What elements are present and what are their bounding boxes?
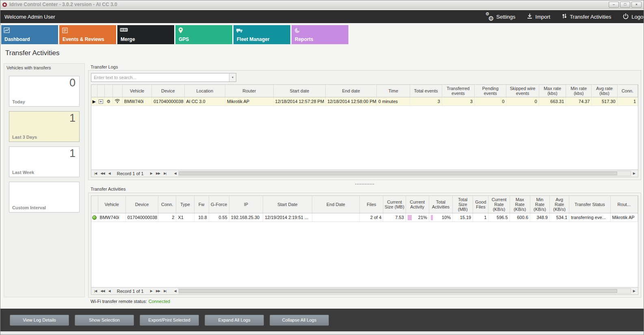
pager-fast-prev-icon[interactable]: ◀◀: [99, 172, 106, 175]
export-print-selected-button[interactable]: Export/Print Selected: [140, 315, 199, 326]
pager-fast-next-icon[interactable]: ▶▶: [155, 172, 161, 175]
column-header-min-rate[interactable]: Min rate (kbs): [566, 85, 592, 97]
settings-gears-icon: ⚙ ⚙: [485, 13, 494, 21]
pager-first-icon[interactable]: |◀: [93, 172, 98, 175]
filter-card-custom-interval[interactable]: Custom Interval: [9, 182, 80, 213]
page-title: Transfer Activities: [5, 49, 60, 57]
transfer-activities-button[interactable]: Transfer Activities: [562, 13, 611, 20]
cell-location: Al CC 3.0: [184, 97, 225, 106]
column-header-vehicle[interactable]: Vehicle: [122, 85, 151, 97]
table-row[interactable]: ▶ + ⚙ BMW740i 017040000038 Al CC 3.0: [91, 97, 638, 106]
column-header-location[interactable]: Location: [184, 85, 225, 97]
pager-last-icon[interactable]: ▶|: [162, 289, 167, 293]
horizontal-scrollbar[interactable]: ◀ ▶: [173, 171, 636, 176]
column-header-current-activity[interactable]: Current Activity: [406, 196, 429, 213]
column-header-max-rate[interactable]: Max Rate (KB/s): [510, 196, 530, 213]
column-header-files[interactable]: Files: [360, 196, 383, 213]
column-header-conn[interactable]: Conn.: [617, 85, 638, 97]
tab-fleet-manager[interactable]: Fleet Manager: [233, 25, 290, 44]
expand-all-logs-button[interactable]: Expand All Logs: [205, 315, 264, 326]
pager-fast-prev-icon[interactable]: ◀◀: [99, 289, 106, 293]
search-dropdown-button[interactable]: ▼: [229, 73, 236, 82]
column-header-time[interactable]: Time: [376, 85, 410, 97]
scroll-right-icon[interactable]: ▶: [632, 289, 636, 293]
cell-device: 017040000038: [152, 97, 184, 106]
scroll-left-icon[interactable]: ◀: [173, 172, 177, 175]
table-row[interactable]: BMW740i 017040000038 2 X1 10.8 0.55 192.…: [91, 213, 638, 222]
column-header-avg-rate[interactable]: Avg rate (kbs): [592, 85, 617, 97]
pager-next-icon[interactable]: ▶: [149, 172, 153, 175]
cell-router: Mikrotik AP: [610, 213, 638, 222]
scrollbar-thumb[interactable]: [179, 172, 618, 175]
column-header-router[interactable]: Router: [225, 85, 274, 97]
import-button[interactable]: Import: [527, 13, 550, 20]
tab-gps[interactable]: GPS: [175, 25, 232, 44]
close-button[interactable]: ×: [631, 2, 642, 8]
column-header-max-rate[interactable]: Max rate (kbs): [539, 85, 566, 97]
filter-card-today[interactable]: 0 Today: [9, 76, 80, 107]
pager-first-icon[interactable]: |◀: [93, 289, 98, 293]
pager-fast-next-icon[interactable]: ▶▶: [155, 289, 161, 293]
column-header-type[interactable]: Type: [176, 196, 194, 213]
wifi-status-value: Connected: [149, 299, 170, 304]
column-header-avg-rate[interactable]: Avg Rate (KB/s): [549, 196, 569, 213]
maximize-button[interactable]: □: [620, 2, 630, 8]
horizontal-scrollbar[interactable]: ◀ ▶: [173, 288, 636, 294]
column-header-ip[interactable]: IP: [229, 196, 263, 213]
column-header-start-date[interactable]: Start Date: [263, 196, 312, 213]
column-header-end-date[interactable]: End date: [326, 85, 377, 97]
column-header-current-size[interactable]: Current Size (MB): [383, 196, 406, 213]
minimize-button[interactable]: –: [609, 2, 619, 8]
search-combo: ▼: [91, 73, 236, 82]
settings-button[interactable]: ⚙ ⚙ Settings: [485, 13, 515, 21]
column-header-skipped-wire-events[interactable]: Skipped wire events: [506, 85, 539, 97]
collapse-all-logs-button[interactable]: Collapse All Logs: [270, 315, 329, 326]
logout-button[interactable]: Logout: [622, 13, 644, 21]
column-header-gforce[interactable]: G-Force: [209, 196, 229, 213]
expand-row-icon[interactable]: +: [99, 99, 103, 104]
show-selection-button[interactable]: Show Selection: [75, 315, 134, 326]
column-header-total-activities[interactable]: Total Activities: [429, 196, 452, 213]
filter-card-last-week[interactable]: 1 Last Week: [9, 146, 80, 177]
scrollbar-thumb[interactable]: [179, 289, 618, 293]
column-header-router[interactable]: Rout...: [610, 196, 638, 213]
tab-reports[interactable]: Reports: [292, 25, 348, 44]
view-log-details-button[interactable]: View Log Details: [10, 315, 69, 326]
pager-prev-icon[interactable]: ◀: [107, 289, 112, 293]
column-header-fw[interactable]: Fw: [194, 196, 209, 213]
pager-record-label: Record 1 of 1: [117, 171, 144, 176]
column-header-start-date[interactable]: Start date: [273, 85, 326, 97]
scroll-right-icon[interactable]: ▶: [632, 172, 636, 175]
column-header-min-rate[interactable]: Min Rate (KB/s): [530, 196, 549, 213]
card-value: 1: [69, 147, 76, 160]
column-header-pending-events[interactable]: Pending events: [474, 85, 506, 97]
transfer-activities-label: Transfer Activities: [570, 14, 611, 20]
scrollbar-track[interactable]: [178, 171, 631, 176]
pager-next-icon[interactable]: ▶: [149, 289, 153, 293]
column-header-vehicle[interactable]: Vehicle: [98, 196, 125, 213]
tab-events-reviews[interactable]: Events & Reviews: [59, 25, 116, 44]
pager-last-icon[interactable]: ▶|: [162, 172, 167, 175]
column-header-transferred-events[interactable]: Transferred events: [442, 85, 474, 97]
filter-card-last-3-days[interactable]: 1 Last 3 Days: [9, 111, 80, 142]
tab-merge[interactable]: Merge: [117, 25, 174, 44]
header-indicator: [91, 85, 97, 97]
column-header-device[interactable]: Device: [125, 196, 158, 213]
column-header-total-events[interactable]: Total events: [410, 85, 442, 97]
column-header-conn[interactable]: Conn.: [158, 196, 176, 213]
column-header-good-files[interactable]: Good Files: [473, 196, 488, 213]
column-header-device[interactable]: Device: [152, 85, 184, 97]
column-header-transfer-status[interactable]: Transfer Status: [569, 196, 610, 213]
column-header-total-size[interactable]: Total Size (MB): [453, 196, 473, 213]
panel-splitter[interactable]: [88, 183, 641, 185]
cell-start-date: 12/19/2014 2:19:51 ...: [263, 213, 312, 222]
column-header-current-rate[interactable]: Current Rate (KB/s): [488, 196, 510, 213]
cell-max-rate: 600.6: [510, 213, 530, 222]
scroll-left-icon[interactable]: ◀: [173, 289, 177, 293]
pager-prev-icon[interactable]: ◀: [107, 172, 112, 175]
search-input[interactable]: [91, 73, 229, 82]
tab-dashboard[interactable]: Dashboard: [1, 25, 58, 44]
scrollbar-track[interactable]: [178, 288, 631, 294]
column-header-end-date[interactable]: End Date: [312, 196, 359, 213]
gear-icon: ⚙: [104, 97, 112, 106]
